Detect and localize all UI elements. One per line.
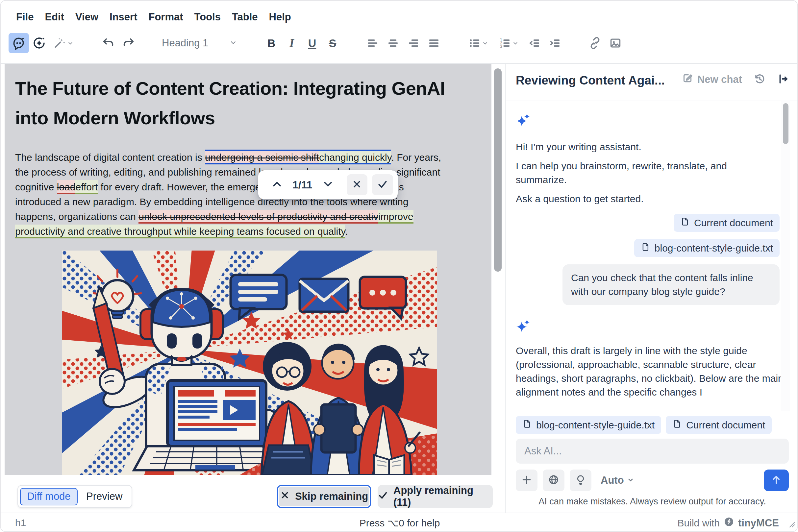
editor-canvas[interactable]: The Future of Content Creation: Integrat… [5,64,491,475]
arrow-up-icon [771,474,782,487]
align-left-button[interactable] [363,33,383,53]
undo-button[interactable] [98,33,118,53]
brand-name: tinyMCE [738,517,779,529]
block-format-select[interactable]: Heading 1 [159,33,241,53]
chevron-down-icon [66,33,75,53]
suggestions-button[interactable] [570,470,591,491]
menu-tools[interactable]: Tools [189,8,226,26]
previous-diff-button[interactable] [266,174,288,195]
text-run: . [345,226,348,237]
bullet-list-button[interactable] [464,33,494,53]
assistant-message: Overall, this draft is largely in line w… [516,344,785,399]
chevron-down-icon [627,474,634,486]
resize-grip[interactable] [788,521,795,529]
outdent-icon [528,37,541,49]
redo-button[interactable] [118,33,139,53]
chevron-down-icon [229,39,237,48]
ask-ai-input[interactable] [516,439,789,463]
preview-tab[interactable]: Preview [79,488,130,506]
next-diff-button[interactable] [317,174,339,195]
chevron-down-icon [481,33,489,53]
new-chat-button[interactable]: New chat [682,72,742,87]
block-format-label: Heading 1 [162,37,208,49]
ai-sparkle-icon [516,318,780,334]
document-illustration[interactable] [62,250,437,475]
indent-button[interactable] [545,33,565,53]
bold-button[interactable]: B [261,33,282,53]
bold-icon: B [267,37,276,50]
editor-scrollbar[interactable] [491,64,505,475]
align-right-button[interactable] [403,33,424,53]
chat-input-panel: blog-content-style-guide.txt Current doc… [506,411,798,513]
numbered-list-button[interactable]: 123 [494,33,524,53]
web-search-button[interactable] [543,470,564,491]
diff-insertion[interactable]: changing quickly [319,150,391,165]
indent-icon [549,37,561,49]
diff-deletion[interactable]: load [57,180,76,194]
apply-remaining-button[interactable]: Apply remaining (11) [378,485,493,508]
tinymce-logo-icon [724,516,734,529]
diff-deletion[interactable]: undergoing a seismic shift [205,150,319,165]
attached-chip-current-document[interactable]: Current document [666,416,772,434]
menu-bar: File Edit View Insert Format Tools Table… [11,8,297,26]
context-chip-current-document[interactable]: Current document [674,214,780,232]
help-shortcut-text: Press ⌥0 for help [359,517,440,529]
history-icon[interactable] [753,73,766,87]
ai-chat-icon [12,36,26,50]
chevron-up-icon [271,178,282,191]
panel-divider [505,64,505,513]
skip-remaining-button[interactable]: Skip remaining [277,485,371,508]
magic-wand-button[interactable] [49,33,78,53]
underline-button[interactable]: U [302,33,322,53]
align-justify-icon [428,37,440,49]
ai-shortcuts-button[interactable] [29,33,49,53]
link-button[interactable] [585,33,605,53]
add-attachment-button[interactable] [516,470,537,491]
chat-scrollbar[interactable] [781,101,790,411]
model-selector[interactable]: Auto [601,474,634,486]
align-center-button[interactable] [383,33,403,53]
document-icon [680,217,690,229]
menu-insert[interactable]: Insert [104,8,143,26]
close-sidebar-icon[interactable] [777,73,790,87]
diff-deletion[interactable]: unlock unprecedented levels of productiv… [138,210,378,224]
diff-mode-tab[interactable]: Diff mode [20,488,78,506]
send-button[interactable] [764,470,789,491]
menu-file[interactable]: File [11,8,39,26]
align-center-icon [387,37,399,49]
context-chip-style-guide[interactable]: blog-content-style-guide.txt [634,239,780,257]
diff-insertion[interactable]: productivity and creative throughput whi… [15,225,345,239]
apply-remaining-label: Apply remaining (11) [393,484,493,508]
align-right-icon [407,37,420,49]
build-with-text: Build with [678,517,720,529]
chat-scrollbar-thumb[interactable] [783,103,788,144]
undo-icon [101,37,115,50]
outdent-button[interactable] [524,33,545,53]
ai-disclaimer: AI can make mistakes. Always review outp… [516,496,789,507]
menu-help[interactable]: Help [263,8,297,26]
chat-history[interactable]: Hi! I’m your writing assistant. I can he… [506,101,798,411]
italic-button[interactable]: I [282,33,302,53]
skip-remaining-label: Skip remaining [295,491,368,502]
svg-text:3: 3 [500,44,502,49]
diff-insertion[interactable]: effort [75,180,98,194]
accept-diff-button[interactable] [372,174,393,195]
plus-icon [521,474,532,487]
menu-format[interactable]: Format [143,8,188,26]
strikethrough-button[interactable]: S [322,33,343,53]
diff-insertion[interactable]: improve [378,210,413,224]
diff-counter: 1/11 [293,179,313,191]
editor-scrollbar-thumb[interactable] [494,69,502,271]
check-icon [378,490,388,503]
attached-chip-style-guide[interactable]: blog-content-style-guide.txt [516,416,661,434]
ai-assistant-button[interactable] [8,33,29,53]
align-justify-button[interactable] [424,33,444,53]
diff-navigation-popup: 1/11 [258,170,398,199]
document-icon [672,419,682,431]
image-button[interactable] [605,33,626,53]
menu-view[interactable]: View [70,8,104,26]
view-mode-toggle: Diff mode Preview [17,485,132,508]
reject-diff-button[interactable] [347,174,368,195]
menu-edit[interactable]: Edit [39,8,70,26]
menu-table[interactable]: Table [226,8,263,26]
